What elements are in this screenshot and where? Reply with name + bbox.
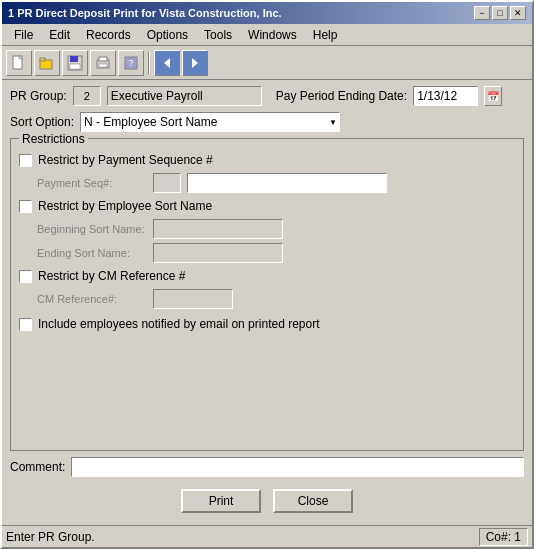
open-button[interactable]	[34, 50, 60, 76]
restrict-cm-ref-checkbox[interactable]	[19, 270, 32, 283]
payment-seq-value-input[interactable]	[187, 173, 387, 193]
svg-rect-8	[99, 57, 107, 61]
restrict-employee-sort-row: Restrict by Employee Sort Name	[19, 199, 515, 213]
svg-marker-13	[192, 58, 198, 68]
cm-ref-label: CM Reference#:	[37, 293, 147, 305]
include-email-row: Include employees notified by email on p…	[19, 317, 515, 331]
menu-edit[interactable]: Edit	[41, 26, 78, 44]
payment-seq-label: Payment Seq#:	[37, 177, 147, 189]
beginning-sort-label: Beginning Sort Name:	[37, 223, 147, 235]
button-row: Print Close	[10, 483, 524, 519]
restrictions-group: Restrictions Restrict by Payment Sequenc…	[10, 138, 524, 451]
title-bar: 1 PR Direct Deposit Print for Vista Cons…	[2, 2, 532, 24]
back-button[interactable]	[154, 50, 180, 76]
pr-group-row: PR Group: 2 Executive Payroll Pay Period…	[10, 86, 524, 106]
window-title: 1 PR Direct Deposit Print for Vista Cons…	[8, 7, 282, 19]
sort-option-select[interactable]: N - Employee Sort Name	[80, 112, 340, 132]
comment-input[interactable]	[71, 457, 524, 477]
svg-rect-9	[99, 64, 107, 67]
menu-records[interactable]: Records	[78, 26, 139, 44]
forward-button[interactable]	[182, 50, 208, 76]
close-button[interactable]: ✕	[510, 6, 526, 20]
status-bar: Enter PR Group. Co#: 1	[2, 525, 532, 547]
save-button[interactable]	[62, 50, 88, 76]
maximize-button[interactable]: □	[492, 6, 508, 20]
payment-seq-num-input[interactable]	[153, 173, 181, 193]
restrict-payment-seq-checkbox[interactable]	[19, 154, 32, 167]
svg-marker-12	[164, 58, 170, 68]
restrict-employee-sort-label: Restrict by Employee Sort Name	[38, 199, 212, 213]
toolbar-separator	[148, 52, 150, 74]
payment-seq-row: Payment Seq#:	[37, 173, 515, 193]
title-bar-buttons: − □ ✕	[474, 6, 526, 20]
include-email-label: Include employees notified by email on p…	[38, 317, 320, 331]
menu-tools[interactable]: Tools	[196, 26, 240, 44]
svg-rect-5	[70, 56, 78, 62]
sort-option-label: Sort Option:	[10, 115, 74, 129]
main-window: 1 PR Direct Deposit Print for Vista Cons…	[0, 0, 534, 549]
comment-label: Comment:	[10, 460, 65, 474]
pay-period-label: Pay Period Ending Date:	[276, 89, 407, 103]
menu-bar: File Edit Records Options Tools Windows …	[2, 24, 532, 46]
restrict-employee-sort-checkbox[interactable]	[19, 200, 32, 213]
sort-option-row: Sort Option: N - Employee Sort Name	[10, 112, 524, 132]
restrict-payment-seq-row: Restrict by Payment Sequence #	[19, 153, 515, 167]
pay-period-date-input[interactable]	[413, 86, 478, 106]
toolbar: ?	[2, 46, 532, 80]
restrict-payment-seq-label: Restrict by Payment Sequence #	[38, 153, 213, 167]
calendar-button[interactable]: 📅	[484, 86, 502, 106]
close-button-form[interactable]: Close	[273, 489, 353, 513]
cm-ref-row: CM Reference#:	[37, 289, 515, 309]
restrict-cm-ref-label: Restrict by CM Reference #	[38, 269, 185, 283]
pr-group-num-field[interactable]: 2	[73, 86, 101, 106]
ending-sort-input[interactable]	[153, 243, 283, 263]
minimize-button[interactable]: −	[474, 6, 490, 20]
pr-group-label: PR Group:	[10, 89, 67, 103]
beginning-sort-input[interactable]	[153, 219, 283, 239]
ending-sort-row: Ending Sort Name:	[37, 243, 515, 263]
print-button[interactable]: Print	[181, 489, 261, 513]
svg-rect-6	[70, 64, 80, 69]
sort-option-wrapper: N - Employee Sort Name	[80, 112, 340, 132]
beginning-sort-row: Beginning Sort Name:	[37, 219, 515, 239]
print-toolbar-button[interactable]	[90, 50, 116, 76]
menu-help[interactable]: Help	[305, 26, 346, 44]
menu-file[interactable]: File	[6, 26, 41, 44]
menu-windows[interactable]: Windows	[240, 26, 305, 44]
svg-text:?: ?	[128, 58, 133, 68]
include-email-checkbox[interactable]	[19, 318, 32, 331]
menu-options[interactable]: Options	[139, 26, 196, 44]
comment-row: Comment:	[10, 457, 524, 477]
form-content: PR Group: 2 Executive Payroll Pay Period…	[2, 80, 532, 525]
status-left-text: Enter PR Group.	[6, 530, 479, 544]
svg-rect-3	[40, 58, 45, 61]
status-right-text: Co#: 1	[479, 528, 528, 546]
cm-ref-input[interactable]	[153, 289, 233, 309]
unknown-button[interactable]: ?	[118, 50, 144, 76]
new-button[interactable]	[6, 50, 32, 76]
pr-group-name-field[interactable]: Executive Payroll	[107, 86, 262, 106]
ending-sort-label: Ending Sort Name:	[37, 247, 147, 259]
restrict-cm-ref-row: Restrict by CM Reference #	[19, 269, 515, 283]
restrictions-label: Restrictions	[19, 132, 88, 146]
